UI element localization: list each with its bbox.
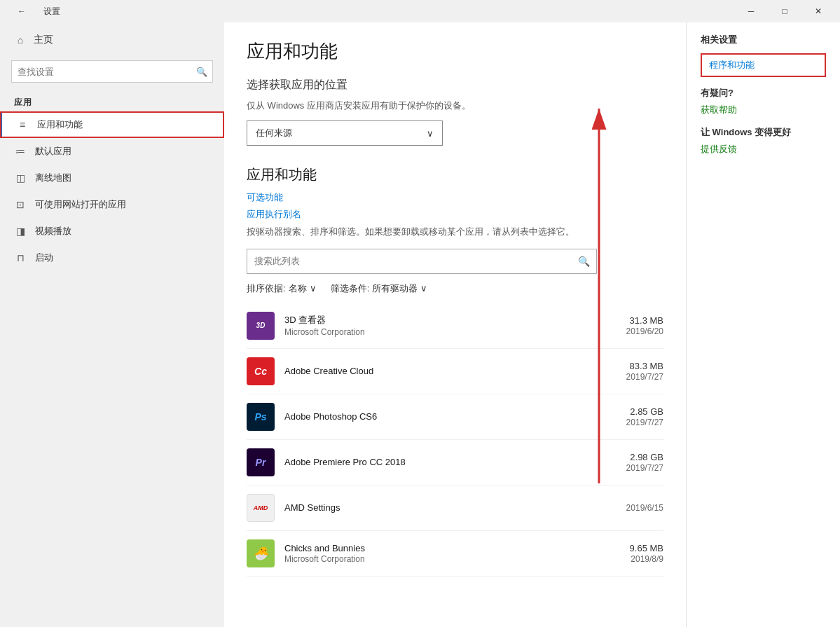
- video-icon: ◨: [14, 225, 27, 237]
- app-size-date: 2.98 GB 2019/7/27: [626, 452, 663, 473]
- sidebar-item-apps-features[interactable]: ≡ 应用和功能: [0, 111, 224, 138]
- apps-section-title: 应用和功能: [247, 165, 663, 184]
- location-desc: 仅从 Windows 应用商店安装应用有助于保护你的设备。: [247, 99, 663, 112]
- titlebar-title: 设置: [43, 6, 60, 18]
- app-icon: Pr: [247, 448, 275, 476]
- app-date: 2019/7/27: [626, 463, 663, 473]
- app-date: 2019/6/20: [626, 326, 663, 336]
- app-date: 2019/7/27: [626, 372, 663, 382]
- default-apps-icon: ≔: [14, 145, 27, 158]
- app-size: 83.3 MB: [626, 361, 663, 371]
- sidebar-item-websites[interactable]: ⊡ 可使用网站打开的应用: [0, 191, 224, 218]
- list-item[interactable]: 3D 3D 查看器 Microsoft Corporation 31.3 MB …: [247, 303, 663, 349]
- sidebar-item-offline-maps[interactable]: ◫ 离线地图: [0, 165, 224, 191]
- sidebar-section-title: 应用: [0, 91, 224, 111]
- question-title: 有疑问?: [701, 87, 826, 99]
- location-section-title: 选择获取应用的位置: [247, 78, 663, 92]
- sidebar-item-video[interactable]: ◨ 视频播放: [0, 218, 224, 244]
- app-icon: Cc: [247, 357, 275, 385]
- list-item[interactable]: 🐣 Chicks and Bunnies Microsoft Corporati…: [247, 531, 663, 577]
- app-date: 2019/8/9: [630, 554, 663, 564]
- app-name: Adobe Photoshop CS6: [284, 411, 626, 422]
- app-icon: AMD: [247, 494, 275, 522]
- help-link[interactable]: 获取帮助: [701, 104, 826, 116]
- minimize-button[interactable]: ─: [735, 0, 767, 22]
- app-search-icon: 🔍: [578, 256, 590, 267]
- programs-features-link[interactable]: 程序和功能: [701, 53, 826, 77]
- list-item[interactable]: Pr Adobe Premiere Pro CC 2018 2.98 GB 20…: [247, 440, 663, 485]
- app-info: Chicks and Bunnies Microsoft Corporation: [284, 543, 630, 564]
- app-publisher: Microsoft Corporation: [284, 327, 626, 337]
- app-date: 2019/7/27: [626, 418, 663, 427]
- app-name: 3D 查看器: [284, 314, 626, 326]
- filter-chevron-icon: ∨: [420, 283, 427, 294]
- filter-button[interactable]: 筛选条件: 所有驱动器 ∨: [331, 282, 428, 295]
- app-info: Adobe Premiere Pro CC 2018: [284, 457, 626, 467]
- app-icon: 🐣: [247, 539, 275, 567]
- right-panel: 相关设置 程序和功能 有疑问? 获取帮助 让 Windows 变得更好 提供反馈: [686, 22, 840, 627]
- app-size-date: 83.3 MB 2019/7/27: [626, 361, 663, 382]
- sidebar-item-default-apps-label: 默认应用: [35, 145, 71, 158]
- sidebar-search-container: 🔍: [11, 60, 213, 83]
- app-list: 3D 3D 查看器 Microsoft Corporation 31.3 MB …: [247, 303, 663, 577]
- sidebar-item-startup[interactable]: ⊓ 启动: [0, 244, 224, 271]
- app-size-date: 31.3 MB 2019/6/20: [626, 315, 663, 336]
- app-size: 2.98 GB: [626, 452, 663, 462]
- sort-value: 名称: [289, 282, 307, 295]
- sidebar-item-video-label: 视频播放: [35, 225, 71, 237]
- app-icon: 3D: [247, 312, 275, 340]
- app-size-date: 2.85 GB 2019/7/27: [626, 406, 663, 427]
- sidebar-search-icon: 🔍: [196, 67, 207, 77]
- sidebar-search-input[interactable]: [11, 60, 213, 83]
- page-title: 应用和功能: [247, 39, 663, 64]
- app-icon: Ps: [247, 403, 275, 431]
- app-container: ⌂ 主页 🔍 应用 ≡ 应用和功能 ≔ 默认应用 ◫ 离线地图 ⊡ 可使用网站打…: [0, 22, 840, 627]
- app-size-date: 9.65 MB 2019/8/9: [630, 543, 663, 564]
- back-button[interactable]: ←: [6, 0, 38, 22]
- app-info: 3D 查看器 Microsoft Corporation: [284, 314, 626, 337]
- close-button[interactable]: ✕: [802, 0, 834, 22]
- app-size-date: 2019/6/15: [626, 502, 663, 513]
- sidebar-item-apps-features-label: 应用和功能: [37, 118, 83, 131]
- main-content: 应用和功能 选择获取应用的位置 仅从 Windows 应用商店安装应用有助于保护…: [224, 22, 686, 627]
- titlebar: ← 设置 ─ □ ✕: [0, 0, 840, 22]
- sidebar-home-item[interactable]: ⌂ 主页: [0, 22, 224, 57]
- back-icon: ←: [18, 6, 26, 16]
- filter-label: 筛选条件:: [331, 282, 370, 295]
- list-item[interactable]: Ps Adobe Photoshop CS6 2.85 GB 2019/7/27: [247, 394, 663, 440]
- app-name: AMD Settings: [284, 502, 626, 513]
- app-size: 9.65 MB: [630, 543, 663, 553]
- apps-features-icon: ≡: [16, 118, 29, 131]
- location-dropdown[interactable]: 任何来源 ∨: [247, 120, 443, 146]
- app-search-container: 🔍: [247, 249, 597, 274]
- alias-link[interactable]: 应用执行别名: [247, 208, 663, 221]
- sort-chevron-icon: ∨: [310, 283, 317, 294]
- sidebar: ⌂ 主页 🔍 应用 ≡ 应用和功能 ≔ 默认应用 ◫ 离线地图 ⊡ 可使用网站打…: [0, 22, 224, 627]
- startup-icon: ⊓: [14, 252, 27, 264]
- websites-icon: ⊡: [14, 198, 27, 211]
- dropdown-value: 任何来源: [256, 127, 292, 139]
- home-icon: ⌂: [14, 34, 27, 46]
- sidebar-item-offline-maps-label: 离线地图: [35, 172, 71, 184]
- app-date: 2019/6/15: [626, 503, 663, 513]
- app-publisher: Microsoft Corporation: [284, 554, 630, 564]
- feedback-link[interactable]: 提供反馈: [701, 143, 826, 156]
- app-info: AMD Settings: [284, 502, 626, 513]
- related-settings-title: 相关设置: [701, 34, 826, 46]
- offline-maps-icon: ◫: [14, 172, 27, 184]
- filter-value: 所有驱动器: [372, 282, 418, 295]
- apps-desc: 按驱动器搜索、排序和筛选。如果想要卸载或移动某个应用，请从列表中选择它。: [247, 225, 663, 239]
- app-info: Adobe Creative Cloud: [284, 366, 626, 376]
- app-name: Adobe Creative Cloud: [284, 366, 626, 376]
- sort-button[interactable]: 排序依据: 名称 ∨: [247, 282, 317, 295]
- list-item[interactable]: AMD AMD Settings 2019/6/15: [247, 485, 663, 531]
- list-item[interactable]: Cc Adobe Creative Cloud 83.3 MB 2019/7/2…: [247, 349, 663, 394]
- maximize-button[interactable]: □: [769, 0, 801, 22]
- optional-link[interactable]: 可选功能: [247, 191, 663, 204]
- app-name: Chicks and Bunnies: [284, 543, 630, 553]
- sort-label: 排序依据:: [247, 282, 286, 295]
- sidebar-item-default-apps[interactable]: ≔ 默认应用: [0, 138, 224, 165]
- sidebar-home-label: 主页: [34, 34, 53, 46]
- sidebar-item-websites-label: 可使用网站打开的应用: [35, 198, 126, 211]
- app-search-input[interactable]: [247, 249, 597, 274]
